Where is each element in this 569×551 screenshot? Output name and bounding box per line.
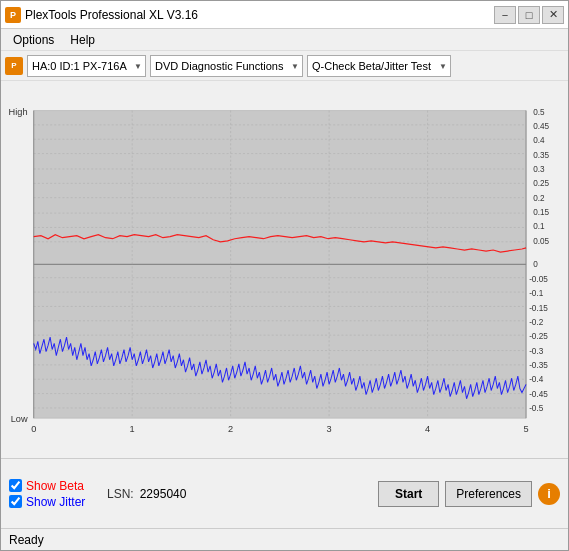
y-right-0: 0 <box>533 260 538 269</box>
function-dropdown[interactable]: DVD Diagnostic Functions <box>150 55 303 77</box>
y-right-n0.35: -0.35 <box>529 361 548 370</box>
device-selector: P <box>5 57 23 75</box>
y-right-0.4: 0.4 <box>533 136 545 145</box>
show-beta-row: Show Beta <box>9 479 99 493</box>
x-label-5: 5 <box>523 424 528 434</box>
x-label-3: 3 <box>327 424 332 434</box>
y-right-n0.3: -0.3 <box>529 347 544 356</box>
device-dropdown[interactable]: HA:0 ID:1 PX-716A <box>27 55 146 77</box>
checkboxes-group: Show Beta Show Jitter <box>9 479 99 509</box>
y-right-0.3: 0.3 <box>533 165 545 174</box>
test-dropdown[interactable]: Q-Check Beta/Jitter Test <box>307 55 451 77</box>
bottom-panel: Show Beta Show Jitter LSN: 2295040 Start… <box>1 458 568 528</box>
y-right-0.35: 0.35 <box>533 151 549 160</box>
chart-container: High Low 0.5 0.45 0.4 0.35 0.3 0.25 0.2 … <box>5 83 564 456</box>
y-right-n0.45: -0.45 <box>529 390 548 399</box>
y-right-n0.1: -0.1 <box>529 289 544 298</box>
y-right-0.25: 0.25 <box>533 179 549 188</box>
y-right-n0.05: -0.05 <box>529 275 548 284</box>
x-label-1: 1 <box>130 424 135 434</box>
menu-options[interactable]: Options <box>5 31 62 49</box>
y-right-n0.15: -0.15 <box>529 304 548 313</box>
status-text: Ready <box>9 533 44 547</box>
y-right-0.1: 0.1 <box>533 222 545 231</box>
window-title: PlexTools Professional XL V3.16 <box>25 8 494 22</box>
menu-help[interactable]: Help <box>62 31 103 49</box>
app-icon: P <box>5 7 21 23</box>
minimize-button[interactable]: − <box>494 6 516 24</box>
window-controls: − □ ✕ <box>494 6 564 24</box>
chart-svg: High Low 0.5 0.45 0.4 0.35 0.3 0.25 0.2 … <box>5 83 564 456</box>
lsn-value: 2295040 <box>140 487 187 501</box>
test-dropdown-wrapper[interactable]: Q-Check Beta/Jitter Test <box>307 55 451 77</box>
y-right-0.05: 0.05 <box>533 237 549 246</box>
preferences-button[interactable]: Preferences <box>445 481 532 507</box>
y-right-n0.2: -0.2 <box>529 318 544 327</box>
info-icon-label: i <box>547 486 551 501</box>
title-bar: P PlexTools Professional XL V3.16 − □ ✕ <box>1 1 568 29</box>
lsn-area: LSN: 2295040 <box>107 487 370 501</box>
bottom-right-controls: Start Preferences i <box>378 481 560 507</box>
show-beta-label: Show Beta <box>26 479 84 493</box>
show-jitter-row: Show Jitter <box>9 495 99 509</box>
y-right-0.5: 0.5 <box>533 108 545 117</box>
y-right-n0.4: -0.4 <box>529 375 544 384</box>
show-beta-checkbox[interactable] <box>9 479 22 492</box>
toolbar: P HA:0 ID:1 PX-716A DVD Diagnostic Funct… <box>1 51 568 81</box>
y-right-n0.25: -0.25 <box>529 332 548 341</box>
lsn-label: LSN: <box>107 487 134 501</box>
y-label-high: High <box>9 107 28 117</box>
info-icon[interactable]: i <box>538 483 560 505</box>
function-dropdown-wrapper[interactable]: DVD Diagnostic Functions <box>150 55 303 77</box>
show-jitter-label: Show Jitter <box>26 495 85 509</box>
device-icon: P <box>5 57 23 75</box>
close-button[interactable]: ✕ <box>542 6 564 24</box>
y-right-0.15: 0.15 <box>533 208 549 217</box>
x-label-2: 2 <box>228 424 233 434</box>
main-window: P PlexTools Professional XL V3.16 − □ ✕ … <box>0 0 569 551</box>
y-right-0.45: 0.45 <box>533 122 549 131</box>
x-label-0: 0 <box>31 424 36 434</box>
device-dropdown-wrapper[interactable]: HA:0 ID:1 PX-716A <box>27 55 146 77</box>
start-button[interactable]: Start <box>378 481 439 507</box>
maximize-button[interactable]: □ <box>518 6 540 24</box>
chart-area: High Low 0.5 0.45 0.4 0.35 0.3 0.25 0.2 … <box>1 81 568 458</box>
menu-bar: Options Help <box>1 29 568 51</box>
y-right-0.2: 0.2 <box>533 194 545 203</box>
x-label-4: 4 <box>425 424 430 434</box>
y-label-low: Low <box>11 414 28 424</box>
y-right-n0.5: -0.5 <box>529 404 544 413</box>
show-jitter-checkbox[interactable] <box>9 495 22 508</box>
status-bar: Ready <box>1 528 568 550</box>
